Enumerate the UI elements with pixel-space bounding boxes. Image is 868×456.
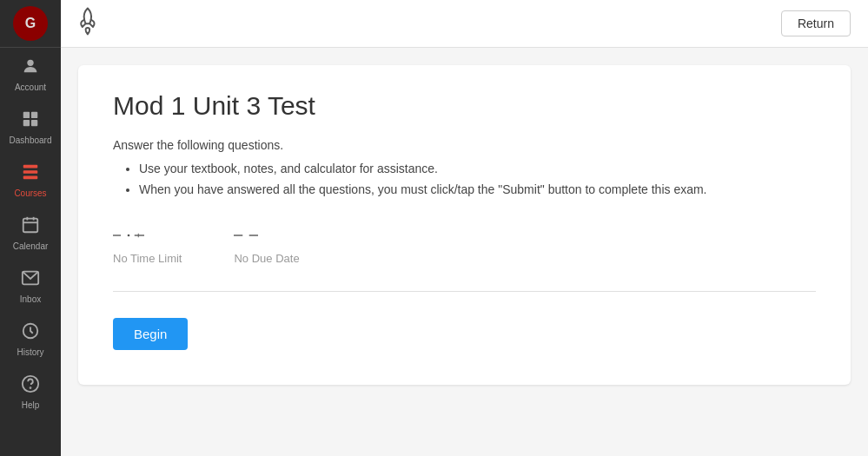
svg-rect-6 bbox=[31, 120, 37, 126]
sidebar-label-dashboard: Dashboard bbox=[10, 135, 52, 145]
svg-rect-10 bbox=[23, 219, 38, 233]
sidebar-item-history[interactable]: History bbox=[0, 313, 61, 366]
due-date-label: No Due Date bbox=[234, 252, 299, 265]
sidebar: G Account Dashboard Courses Calendar Inb… bbox=[0, 0, 61, 456]
svg-point-2 bbox=[27, 60, 33, 66]
sidebar-label-calendar: Calendar bbox=[13, 241, 49, 251]
sidebar-item-dashboard[interactable]: Dashboard bbox=[0, 101, 61, 154]
time-limit-label: No Time Limit bbox=[113, 252, 182, 265]
svg-rect-5 bbox=[23, 120, 30, 126]
help-icon bbox=[21, 374, 40, 398]
svg-rect-4 bbox=[31, 112, 37, 118]
divider bbox=[113, 291, 816, 292]
begin-button[interactable]: Begin bbox=[113, 318, 188, 350]
instructions-list: Use your textbook, notes, and calculator… bbox=[113, 159, 816, 201]
sidebar-item-inbox[interactable]: Inbox bbox=[0, 260, 61, 313]
sidebar-label-account: Account bbox=[15, 83, 46, 92]
test-card: Mod 1 Unit 3 Test Answer the following q… bbox=[78, 65, 851, 385]
return-button[interactable]: Return bbox=[781, 10, 851, 36]
svg-point-17 bbox=[30, 387, 31, 388]
due-date-item: No Due Date bbox=[234, 227, 299, 265]
sidebar-label-courses: Courses bbox=[14, 188, 46, 198]
topbar-left bbox=[78, 10, 101, 37]
svg-text:G: G bbox=[25, 16, 36, 30]
inbox-icon bbox=[21, 268, 40, 292]
time-limit-item: No Time Limit bbox=[113, 227, 182, 265]
time-limit-icon bbox=[113, 227, 144, 248]
logo-icon: G bbox=[13, 6, 48, 41]
svg-rect-9 bbox=[23, 176, 38, 180]
sidebar-item-account[interactable]: Account bbox=[0, 48, 61, 101]
instructions-header: Answer the following questions. bbox=[113, 138, 816, 152]
sidebar-item-help[interactable]: Help bbox=[0, 366, 61, 419]
sidebar-item-courses[interactable]: Courses bbox=[0, 154, 61, 207]
sidebar-label-help: Help bbox=[22, 400, 40, 410]
sidebar-label-history: History bbox=[17, 347, 43, 357]
sidebar-label-inbox: Inbox bbox=[20, 294, 41, 304]
courses-icon bbox=[21, 162, 40, 186]
svg-rect-8 bbox=[23, 170, 38, 174]
svg-point-20 bbox=[128, 234, 130, 236]
calendar-icon bbox=[21, 215, 40, 239]
dashboard-icon bbox=[21, 109, 40, 133]
meta-row: No Time Limit No Due Date bbox=[113, 227, 816, 265]
page-title: Mod 1 Unit 3 Test bbox=[113, 91, 816, 121]
sidebar-item-calendar[interactable]: Calendar bbox=[0, 207, 61, 260]
instruction-item-2: When you have answered all the questions… bbox=[139, 180, 816, 201]
due-date-icon bbox=[234, 227, 258, 248]
content-area: Mod 1 Unit 3 Test Answer the following q… bbox=[61, 48, 868, 456]
account-icon bbox=[21, 56, 40, 80]
main-area: Return Mod 1 Unit 3 Test Answer the foll… bbox=[61, 0, 868, 456]
topbar: Return bbox=[61, 0, 868, 48]
svg-rect-3 bbox=[23, 112, 30, 118]
rocket-icon bbox=[71, 5, 107, 41]
instruction-item-1: Use your textbook, notes, and calculator… bbox=[139, 159, 816, 180]
sidebar-logo: G bbox=[0, 0, 61, 48]
svg-rect-7 bbox=[23, 165, 38, 169]
history-icon bbox=[21, 321, 40, 345]
